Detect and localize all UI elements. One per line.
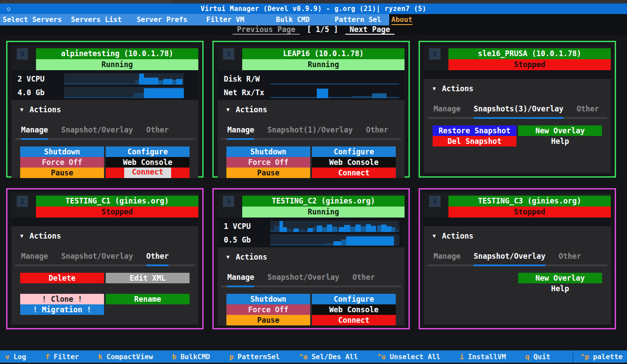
previous-page-link[interactable]: Previous Page: [233, 25, 300, 35]
next-page-link[interactable]: Next Page: [345, 25, 394, 35]
web-console-button[interactable]: Web Console: [312, 157, 396, 168]
force-off-button[interactable]: Force Off: [226, 157, 310, 168]
shortcut-key: b: [172, 353, 177, 361]
force-off-button[interactable]: Force Off: [226, 304, 310, 315]
tab-snapshot-1-overlay[interactable]: Snapshot(1)/Overlay: [267, 125, 352, 134]
tab-other[interactable]: Other: [559, 252, 581, 261]
menu-item-pattern-sel[interactable]: Pattern Sel: [335, 14, 381, 25]
menu-item-servers-list[interactable]: Servers List: [71, 14, 122, 25]
shortcut-log[interactable]: vLog: [5, 353, 26, 361]
actions-header[interactable]: ▼Actions: [20, 232, 195, 240]
tab-manage[interactable]: Manage: [227, 125, 254, 134]
shortcut-patternsel[interactable]: pPatternSel: [229, 353, 280, 361]
new-overlay-button[interactable]: New Overlay: [518, 273, 602, 283]
action-tabs: ManageSnapshot/OverlayOther: [21, 252, 195, 261]
help-button[interactable]: Help: [518, 136, 602, 146]
force-off-button[interactable]: Force Off: [20, 157, 104, 168]
menubar: Select ServersServers ListServer PrefsFi…: [0, 14, 627, 25]
pause-button[interactable]: Pause: [20, 168, 104, 178]
vm-title-stack: alpinetesting (10.0.1.78)Running: [36, 48, 198, 70]
menu-item-about[interactable]: About: [391, 14, 412, 25]
new-overlay-button[interactable]: New Overlay: [518, 125, 602, 136]
shortcut-key: p: [229, 353, 234, 361]
actions-header[interactable]: ▼Actions: [433, 84, 607, 93]
tab-other[interactable]: Other: [366, 125, 388, 134]
actions-header[interactable]: ▼Actions: [20, 105, 195, 114]
button-label: Web Console: [329, 158, 379, 167]
sparkline-bar: [294, 228, 299, 232]
pause-button[interactable]: Pause: [226, 168, 310, 178]
actions-label: Actions: [442, 232, 473, 240]
shortcut-palette[interactable]: ^ppalette: [580, 353, 623, 361]
button-row: DeleteEdit XML: [20, 273, 190, 283]
tab-other[interactable]: Other: [352, 273, 375, 282]
shutdown-button[interactable]: Shutdown: [226, 146, 310, 157]
clone-button[interactable]: ! Clone !: [20, 294, 104, 304]
actions-label: Actions: [442, 84, 473, 93]
tab-snapshot-overlay[interactable]: Snapshot/Overlay: [473, 252, 545, 261]
shutdown-button[interactable]: Shutdown: [226, 294, 310, 304]
actions-header[interactable]: ▼Actions: [226, 253, 401, 261]
configure-button[interactable]: Configure: [312, 146, 396, 157]
vm-metrics: [11, 218, 198, 226]
connect-button[interactable]: Connect: [312, 168, 396, 178]
shortcut-label: Unselect All: [390, 353, 441, 361]
window-titlebar: ○ Virtui Manager (Devel v0.9.9) - g.org …: [0, 4, 627, 14]
help-button[interactable]: Help: [518, 283, 602, 294]
pause-button[interactable]: Pause: [226, 315, 310, 325]
connect-button[interactable]: Connect: [312, 315, 396, 325]
tab-snapshots-3-overlay[interactable]: Snapshots(3)/Overlay: [473, 104, 563, 113]
actions-header[interactable]: ▼Actions: [433, 232, 607, 240]
button-row: New Overlay: [433, 273, 602, 283]
rename-button[interactable]: Rename: [106, 294, 190, 304]
close-vm-button[interactable]: X: [429, 196, 441, 207]
action-buttons: ShutdownConfigureForce OffWeb ConsolePau…: [226, 146, 396, 178]
shortcut-bulkcmd[interactable]: bBulkCMD: [172, 353, 210, 361]
tab-manage[interactable]: Manage: [21, 252, 48, 261]
tab-manage[interactable]: Manage: [434, 252, 460, 261]
configure-button[interactable]: Configure: [106, 146, 190, 157]
shutdown-button[interactable]: Shutdown: [20, 146, 104, 157]
tab-other[interactable]: Other: [146, 252, 168, 261]
menu-item-filter-vm[interactable]: Filter VM: [206, 14, 244, 25]
shortcut-installvm[interactable]: iInstallVM: [460, 353, 506, 361]
web-console-button[interactable]: Web Console: [106, 157, 190, 168]
metric-label: 1 VCPU: [224, 222, 270, 231]
vm-card: XTESTING_C2 (ginies.org)Running1 VCPU0.5…: [212, 188, 410, 329]
close-vm-button[interactable]: X: [17, 48, 28, 60]
delete-button[interactable]: Delete: [20, 273, 104, 283]
tab-manage[interactable]: Manage: [434, 104, 460, 113]
sparkline-bar: [308, 228, 313, 232]
close-vm-button[interactable]: X: [429, 48, 441, 60]
pagination: Previous Page [ 1/5 ] Next Page: [0, 25, 627, 35]
tab-snapshot-overlay[interactable]: Snapshot/Overlay: [61, 125, 133, 134]
menu-item-bulk-cmd[interactable]: Bulk CMD: [276, 14, 310, 25]
configure-button[interactable]: Configure: [312, 294, 396, 304]
tab-snapshot-overlay[interactable]: Snapshot/Overlay: [61, 252, 133, 261]
tab-snapshot-overlay[interactable]: Snapshot/Overlay: [267, 273, 339, 282]
tab-other[interactable]: Other: [146, 125, 168, 134]
shortcut-filter[interactable]: fFilter: [46, 353, 79, 361]
close-vm-button[interactable]: X: [223, 48, 234, 60]
shortcut-quit[interactable]: qQuit: [525, 353, 550, 361]
close-vm-button[interactable]: X: [223, 196, 234, 207]
menu-item-select-servers[interactable]: Select Servers: [3, 14, 62, 25]
tab-manage[interactable]: Manage: [21, 125, 48, 134]
shortcut-unselect-all[interactable]: ^uUnselect All: [377, 353, 441, 361]
web-console-button[interactable]: Web Console: [312, 304, 396, 315]
close-vm-button[interactable]: X: [17, 196, 28, 207]
tab-manage[interactable]: Manage: [227, 273, 254, 282]
migration-button[interactable]: ! Migration !: [20, 304, 104, 315]
del-snapshot-button[interactable]: Del Snapshot: [433, 136, 516, 146]
connect-button[interactable]: Connect: [106, 168, 190, 178]
action-buttons: DeleteEdit XML! Clone !Rename! Migration…: [20, 273, 190, 315]
tab-other[interactable]: Other: [577, 104, 599, 113]
shortcut-sel-des-all[interactable]: ^aSel/Des All: [299, 353, 358, 361]
action-tabs: ManageSnapshots(3)/OverlayOther: [434, 104, 607, 113]
restore-snapshot-button[interactable]: Restore Snapshot: [433, 125, 516, 136]
menu-item-server-prefs[interactable]: Server Prefs: [136, 14, 187, 25]
edit-xml-button[interactable]: Edit XML: [106, 273, 190, 283]
shortcut-label: Log: [14, 353, 26, 361]
actions-header[interactable]: ▼Actions: [226, 105, 401, 114]
shortcut-compactview[interactable]: kCompactView: [98, 353, 153, 361]
